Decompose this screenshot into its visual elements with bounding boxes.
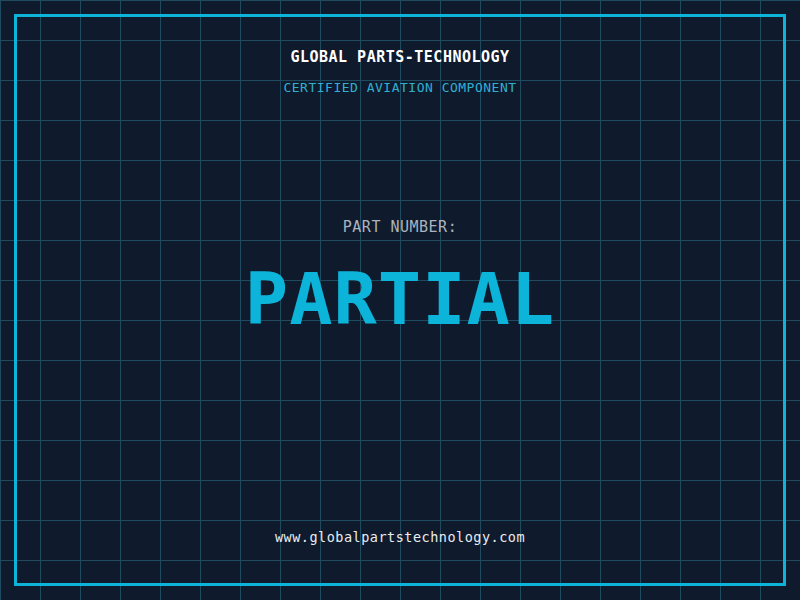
company-title: GLOBAL PARTS-TECHNOLOGY	[0, 50, 800, 65]
part-number-value: PARTIAL	[0, 260, 800, 338]
website-url: www.globalpartstechnology.com	[0, 531, 800, 545]
part-number-label: PART NUMBER:	[0, 220, 800, 235]
certification-subtitle: CERTIFIED AVIATION COMPONENT	[0, 81, 800, 94]
